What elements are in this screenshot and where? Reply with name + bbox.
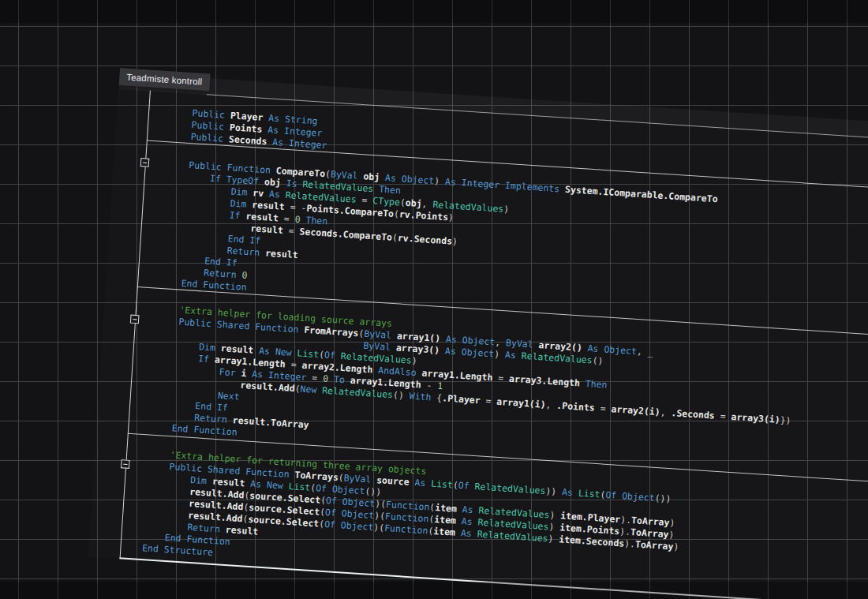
minus-glyph: − <box>142 158 148 167</box>
grid-canvas: Public Player As String Public Points As… <box>0 0 868 599</box>
knowledge-check-label-text: Teadmiste kontroll <box>126 73 203 87</box>
minus-glyph: − <box>132 315 137 324</box>
collapse-icon[interactable]: − <box>121 459 130 469</box>
letterbox-top <box>0 0 868 23</box>
collapse-icon[interactable]: − <box>140 158 150 167</box>
collapse-icon[interactable]: − <box>130 315 140 324</box>
code-screenshot: Public Player As String Public Points As… <box>88 88 868 599</box>
letterbox-bottom <box>0 582 868 599</box>
minus-glyph: − <box>122 459 128 468</box>
